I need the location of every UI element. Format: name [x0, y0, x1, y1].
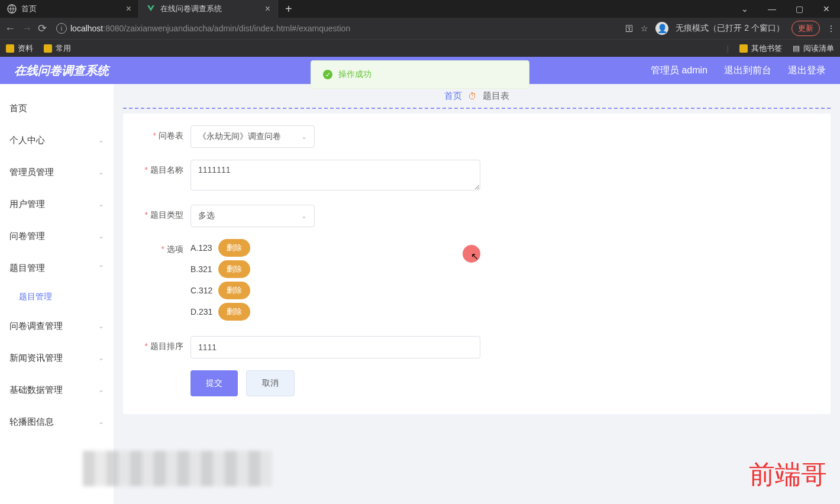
- sidebar-item-survey[interactable]: 问卷管理⌄: [0, 220, 114, 252]
- toast-success: ✓ 操作成功: [311, 60, 529, 89]
- url-text: localhost:8080/zaixianwenjuandiaocha/adm…: [70, 24, 350, 33]
- sidebar-item-admin[interactable]: 管理员管理⌄: [0, 156, 114, 188]
- label-type: 题目类型: [150, 210, 183, 219]
- label-options: 选项: [167, 244, 183, 254]
- breadcrumb-current: 题目表: [483, 91, 509, 102]
- back-icon[interactable]: ←: [5, 22, 15, 35]
- url-field[interactable]: i localhost:8080/zaixianwenjuandiaocha/a…: [53, 23, 619, 34]
- sidebar-item-carousel[interactable]: 轮播图信息⌄: [0, 406, 114, 438]
- sidebar-subitem-question[interactable]: 题目管理: [19, 284, 114, 310]
- sidebar-item-question[interactable]: 题目管理⌃: [0, 252, 114, 284]
- maximize-icon[interactable]: ▢: [786, 4, 813, 14]
- app-body: 首页 个人中心⌄ 管理员管理⌄ 用户管理⌄ 问卷管理⌄ 题目管理⌃ 题目管理 问…: [0, 84, 840, 504]
- address-bar: ← → ⟳ i localhost:8080/zaixianwenjuandia…: [0, 18, 840, 39]
- submit-button[interactable]: 提交: [190, 370, 238, 396]
- incognito-text: 无痕模式（已打开 2 个窗口）: [676, 23, 784, 34]
- browser-tab-active[interactable]: 在线问卷调查系统 ×: [139, 0, 278, 18]
- delete-option-button[interactable]: 删除: [218, 303, 250, 321]
- question-name-input[interactable]: 1111111: [190, 160, 480, 190]
- admin-label: 管理员 admin: [651, 64, 707, 77]
- chevron-down-icon: ⌄: [98, 386, 104, 394]
- forward-icon[interactable]: →: [21, 22, 32, 35]
- info-icon[interactable]: i: [56, 23, 67, 34]
- clock-icon: ⏱: [468, 91, 477, 101]
- toast-text: 操作成功: [338, 69, 371, 80]
- chevron-down-icon: ⌄: [98, 354, 104, 362]
- check-icon: ✓: [323, 70, 332, 79]
- sidebar: 首页 个人中心⌄ 管理员管理⌄ 用户管理⌄ 问卷管理⌄ 题目管理⌃ 题目管理 问…: [0, 84, 114, 504]
- tab-title: 首页: [21, 4, 37, 14]
- close-icon[interactable]: ×: [126, 4, 131, 14]
- sidebar-item-news[interactable]: 新闻资讯管理⌄: [0, 342, 114, 374]
- logout-front-link[interactable]: 退出到前台: [724, 64, 771, 77]
- other-bookmarks[interactable]: 其他书签: [739, 43, 782, 54]
- close-icon[interactable]: ×: [265, 4, 270, 14]
- incognito-icon: 👤: [655, 22, 668, 35]
- chevron-down-icon: ⌄: [98, 168, 104, 176]
- options-list: A.123删除 B.321删除 C.312删除 D.231删除: [190, 239, 250, 324]
- window-controls: ⌄ — ▢ ✕: [731, 0, 840, 18]
- delete-option-button[interactable]: 删除: [218, 282, 250, 299]
- list-icon: ▤: [793, 44, 800, 53]
- new-tab-button[interactable]: +: [278, 0, 299, 18]
- main-content: 首页 ⏱ 题目表 *问卷表 《永劫无间》调查问卷 ⌄ *题目名称 1111111: [114, 84, 840, 504]
- type-select[interactable]: 多选 ⌄: [190, 205, 315, 227]
- update-button[interactable]: 更新: [791, 21, 820, 36]
- sidebar-item-user[interactable]: 用户管理⌄: [0, 188, 114, 220]
- survey-select[interactable]: 《永劫无间》调查问卷 ⌄: [190, 125, 315, 148]
- key-icon[interactable]: ⚿: [625, 24, 634, 33]
- cancel-button[interactable]: 取消: [246, 370, 295, 396]
- delete-option-button[interactable]: 删除: [218, 260, 250, 278]
- minimize-icon[interactable]: —: [758, 4, 786, 14]
- reload-icon[interactable]: ⟳: [38, 22, 47, 35]
- chevron-down-icon: ⌄: [301, 212, 307, 220]
- sidebar-item-profile[interactable]: 个人中心⌄: [0, 124, 114, 156]
- sidebar-item-survey-mgmt[interactable]: 问卷调查管理⌄: [0, 310, 114, 342]
- browser-tab[interactable]: 首页 ×: [0, 0, 139, 18]
- chevron-down-icon: ⌄: [98, 322, 104, 330]
- close-window-icon[interactable]: ✕: [813, 4, 840, 14]
- globe-icon: [7, 4, 17, 14]
- cursor-icon: ↖: [471, 251, 479, 262]
- breadcrumb-home[interactable]: 首页: [444, 91, 462, 102]
- bookmarks-bar: 资料 常用 | 其他书签 ▤阅读清单: [0, 39, 840, 57]
- reading-list[interactable]: ▤阅读清单: [793, 43, 834, 54]
- menu-icon[interactable]: ⋮: [827, 24, 835, 33]
- option-row: C.312删除: [190, 282, 250, 299]
- chevron-down-icon: ⌄: [98, 200, 104, 208]
- chevron-down-icon[interactable]: ⌄: [731, 4, 758, 14]
- sidebar-item-basedata[interactable]: 基础数据管理⌄: [0, 374, 114, 406]
- app-title: 在线问卷调查系统: [14, 63, 109, 79]
- label-survey: 问卷表: [159, 131, 183, 140]
- bookmark-folder[interactable]: 常用: [44, 43, 71, 54]
- chevron-down-icon: ⌄: [301, 133, 307, 141]
- chevron-down-icon: ⌄: [98, 232, 104, 240]
- order-input[interactable]: [190, 336, 480, 358]
- option-row: A.123删除: [190, 239, 250, 257]
- blur-overlay: [83, 451, 272, 486]
- question-form: *问卷表 《永劫无间》调查问卷 ⌄ *题目名称 1111111 *题目类型: [123, 114, 831, 414]
- label-name: 题目名称: [150, 165, 183, 175]
- chevron-up-icon: ⌃: [98, 264, 104, 272]
- bookmark-folder[interactable]: 资料: [6, 43, 33, 54]
- delete-option-button[interactable]: 删除: [218, 239, 250, 257]
- option-row: B.321删除: [190, 260, 250, 278]
- chevron-down-icon: ⌄: [98, 418, 104, 426]
- browser-titlebar: 首页 × 在线问卷调查系统 × + ⌄ — ▢ ✕: [0, 0, 840, 18]
- watermark: 前端哥: [749, 457, 827, 492]
- tab-title: 在线问卷调查系统: [160, 4, 222, 14]
- logout-link[interactable]: 退出登录: [788, 64, 826, 77]
- sidebar-item-home[interactable]: 首页: [0, 92, 114, 124]
- star-icon[interactable]: ☆: [641, 24, 648, 33]
- option-row: D.231删除: [190, 303, 250, 321]
- vue-icon: [146, 4, 156, 14]
- chevron-down-icon: ⌄: [98, 136, 104, 144]
- label-order: 题目排序: [150, 341, 183, 351]
